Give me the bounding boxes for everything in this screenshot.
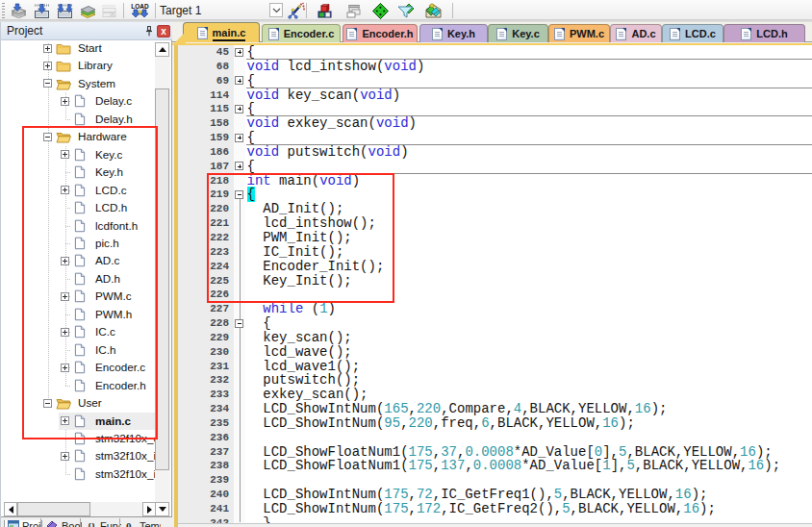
code-line-232[interactable]: 232 putswitch();: [178, 373, 812, 388]
load-icon[interactable]: LOAD: [128, 2, 152, 20]
fold-plus-icon[interactable]: [235, 162, 243, 170]
code-line-227[interactable]: 227 while (1): [178, 302, 812, 316]
tree-item-User[interactable]: User: [1, 394, 156, 412]
tree-item-lcdfont.h[interactable]: lcdfont.h: [1, 217, 156, 235]
code-line-230[interactable]: 230 lcd_wave();: [178, 345, 812, 360]
tree-item-stm32f10x_it[interactable]: stm32f10x_it: [1, 447, 156, 464]
code-line-159[interactable]: 159{: [178, 131, 812, 145]
editor-horizontal-scrollbar[interactable]: [178, 523, 812, 527]
bottom-tab-Books[interactable]: Books: [43, 520, 82, 527]
code-line-229[interactable]: 229 key_scan();: [178, 331, 812, 345]
code-line-236[interactable]: 236: [178, 431, 812, 445]
scroll-right-button[interactable]: [142, 502, 156, 516]
tree-expand-plus-icon[interactable]: [61, 150, 69, 159]
tree-item-stm32f10x_it[interactable]: stm32f10x_it: [1, 465, 156, 483]
code-line-186[interactable]: 186void putswitch(void): [178, 145, 812, 160]
rebuild-icon[interactable]: [56, 2, 74, 20]
editor-tab-PWM.c[interactable]: PWM.c: [548, 24, 610, 42]
target-dropdown-icon[interactable]: [269, 3, 283, 17]
code-line-225[interactable]: 225 Key_Init();: [178, 274, 812, 289]
code-line-45[interactable]: 45{: [178, 45, 812, 60]
tree-item-PWM.h[interactable]: PWM.h: [1, 306, 156, 323]
tree-item-IC.c[interactable]: IC.c: [1, 323, 156, 340]
code-line-228[interactable]: 228 {: [178, 316, 812, 331]
editor-tab-LCD.h[interactable]: LCD.h: [723, 24, 805, 42]
batch-build-icon[interactable]: [79, 2, 97, 20]
tree-item-Encoder.h[interactable]: Encoder.h: [1, 377, 156, 394]
editor-tab-Encoder.c[interactable]: Encoder.c: [262, 24, 341, 42]
tree-item-pic.h[interactable]: pic.h: [1, 235, 156, 252]
tree-item-AD.h[interactable]: AD.h: [1, 270, 156, 288]
tree-expand-plus-icon[interactable]: [61, 292, 69, 301]
tree-item-Start[interactable]: Start: [1, 39, 156, 57]
editor-tab-Key.c[interactable]: Key.c: [488, 24, 548, 42]
tree-item-Hardware[interactable]: Hardware: [1, 128, 156, 145]
code-line-219[interactable]: 219{: [178, 188, 812, 202]
pin-icon[interactable]: [143, 25, 155, 38]
multi-project-icon[interactable]: [343, 2, 362, 20]
editor-tab-main.c[interactable]: main.c: [183, 22, 260, 42]
code-line-231[interactable]: 231 lcd_wave1();: [178, 360, 812, 374]
vertical-scroll-thumb[interactable]: [155, 88, 169, 470]
tree-expand-minus-icon[interactable]: [43, 133, 52, 141]
tree-horizontal-scrollbar[interactable]: [4, 502, 156, 516]
code-line-69[interactable]: 69{: [178, 74, 812, 88]
tree-item-Delay.c[interactable]: Delay.c: [1, 92, 156, 110]
bottom-tab-Templates[interactable]: 0,Templates: [122, 520, 161, 527]
code-line-158[interactable]: 158void exkey_scan(void): [178, 116, 812, 131]
tree-item-LCD.h[interactable]: LCD.h: [1, 199, 156, 216]
fold-minus-icon[interactable]: [235, 190, 243, 199]
code-line-221[interactable]: 221 lcd_intshow();: [178, 216, 812, 231]
select-packs-icon[interactable]: [396, 2, 415, 20]
close-panel-button[interactable]: x: [157, 25, 170, 38]
code-line-235[interactable]: 235 LCD_ShowIntNum(95,220,freq,6,BLACK,Y…: [178, 416, 812, 431]
tree-item-Key.c[interactable]: Key.c: [1, 146, 156, 163]
code-line-220[interactable]: 220 AD_Init();: [178, 202, 812, 216]
fold-plus-icon[interactable]: [235, 134, 243, 142]
code-line-237[interactable]: 237 LCD_ShowFloatNum1(175,37,0.0008*AD_V…: [178, 445, 812, 460]
tree-expand-plus-icon[interactable]: [61, 364, 69, 372]
tree-item-AD.c[interactable]: AD.c: [1, 252, 156, 269]
tree-item-IC.h[interactable]: IC.h: [1, 341, 156, 359]
scroll-down-button[interactable]: [155, 502, 169, 516]
tree-item-System[interactable]: System: [1, 75, 156, 92]
bottom-tab-Functions[interactable]: {}Functions: [83, 520, 121, 527]
code-line-234[interactable]: 234 LCD_ShowIntNum(165,220,Compare,4,BLA…: [178, 402, 812, 416]
tree-item-Key.h[interactable]: Key.h: [1, 163, 156, 181]
code-line-239[interactable]: 239: [178, 473, 812, 488]
code-line-223[interactable]: 223 IC_Init();: [178, 245, 812, 260]
bottom-tab-Project[interactable]: Project: [4, 520, 42, 527]
code-line-114[interactable]: 114void key_scan(void): [178, 88, 812, 103]
code-line-241[interactable]: 241 LCD_ShowIntNum(175,172,IC_GetFreq2()…: [178, 502, 812, 516]
tree-expand-plus-icon[interactable]: [61, 452, 69, 461]
code-line-226[interactable]: 226: [178, 288, 812, 302]
target-selector[interactable]: Target 1: [160, 0, 201, 21]
options-wand-icon[interactable]: [287, 2, 305, 20]
tree-expand-plus-icon[interactable]: [43, 44, 52, 53]
tree-item-Delay.h[interactable]: Delay.h: [1, 111, 156, 128]
code-line-240[interactable]: 240 LCD_ShowIntNum(175,72,IC_GetFreq1(),…: [178, 488, 812, 502]
tree-item-PWM.c[interactable]: PWM.c: [1, 288, 156, 305]
scroll-up-button[interactable]: [155, 42, 169, 57]
editor-tab-LCD.c[interactable]: LCD.c: [662, 24, 723, 42]
tree-expand-plus-icon[interactable]: [61, 97, 69, 106]
runtime-env-icon[interactable]: [371, 2, 390, 20]
code-line-218[interactable]: 218int main(void): [178, 174, 812, 188]
code-line-224[interactable]: 224 Encoder_Init();: [178, 260, 812, 274]
tree-expand-plus-icon[interactable]: [61, 186, 69, 194]
editor-tab-Encoder.h[interactable]: Encoder.h: [343, 24, 418, 42]
pack-installer-icon[interactable]: [424, 2, 443, 20]
scroll-left-button[interactable]: [4, 502, 17, 516]
code-line-238[interactable]: 238 LCD_ShowFloatNum1(175,137,0.0008*AD_…: [178, 459, 812, 473]
fold-minus-icon[interactable]: [235, 319, 243, 328]
toolbar-grip[interactable]: [2, 3, 5, 19]
tree-vertical-scrollbar[interactable]: [155, 42, 170, 522]
fold-plus-icon[interactable]: [235, 105, 243, 113]
manage-items-icon[interactable]: [316, 2, 334, 20]
tree-expand-plus-icon[interactable]: [43, 62, 52, 70]
tree-expand-minus-icon[interactable]: [43, 399, 52, 408]
code-line-68[interactable]: 68void lcd_intshow(void): [178, 60, 812, 74]
tree-expand-minus-icon[interactable]: [43, 79, 52, 88]
tree-expand-plus-icon[interactable]: [61, 328, 69, 337]
tree-item-LCD.c[interactable]: LCD.c: [1, 182, 156, 199]
